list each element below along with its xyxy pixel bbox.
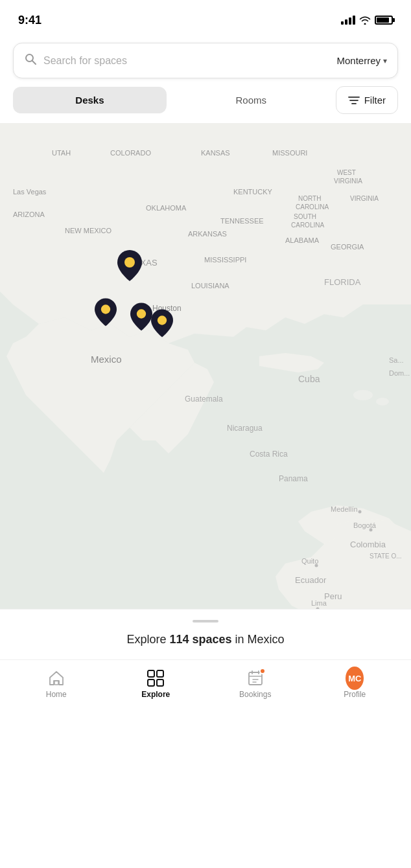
svg-text:Cuba: Cuba: [298, 374, 320, 384]
bookings-icon: [246, 669, 264, 687]
home-icon: [47, 669, 65, 687]
map-pin-1[interactable]: [117, 250, 142, 284]
svg-point-8: [376, 398, 389, 405]
svg-rect-61: [148, 680, 154, 686]
svg-point-7: [353, 390, 373, 400]
svg-text:Las Vegas: Las Vegas: [13, 188, 47, 196]
bottom-handle[interactable]: [193, 620, 218, 622]
nav-explore-label: Explore: [141, 690, 170, 699]
map-svg: UTAH COLORADO KANSAS MISSOURI WEST VIRGI…: [0, 123, 411, 609]
svg-rect-62: [157, 680, 163, 686]
nav-bookings[interactable]: Bookings: [233, 669, 278, 699]
svg-point-43: [358, 510, 362, 514]
svg-rect-58: [54, 681, 58, 685]
svg-text:KANSAS: KANSAS: [201, 149, 230, 157]
svg-text:Mexico: Mexico: [91, 354, 122, 365]
search-container: Search for spaces Monterrey ▾: [0, 36, 411, 86]
svg-text:MISSOURI: MISSOURI: [272, 149, 307, 157]
svg-text:ARIZONA: ARIZONA: [13, 211, 45, 218]
svg-text:NORTH: NORTH: [298, 195, 321, 202]
nav-profile-label: Profile: [344, 690, 366, 699]
svg-text:FLORIDA: FLORIDA: [324, 277, 361, 287]
svg-text:Panama: Panama: [279, 474, 308, 483]
svg-text:Ecuador: Ecuador: [295, 575, 327, 585]
svg-point-57: [158, 315, 167, 325]
svg-text:Medellín: Medellín: [331, 505, 358, 513]
map-pin-4[interactable]: [151, 309, 173, 340]
svg-text:ARKANSAS: ARKANSAS: [188, 230, 227, 238]
location-selector[interactable]: Monterrey ▾: [336, 55, 387, 66]
search-input[interactable]: Search for spaces: [43, 55, 336, 67]
status-time: 9:41: [18, 14, 41, 27]
svg-text:KENTUCKY: KENTUCKY: [233, 188, 273, 196]
svg-text:VIRGINIA: VIRGINIA: [350, 195, 379, 202]
svg-point-56: [137, 309, 146, 318]
svg-text:Quito: Quito: [301, 557, 318, 565]
svg-text:Nicaragua: Nicaragua: [227, 424, 263, 433]
signal-icon: [341, 16, 355, 25]
map-pin-3[interactable]: [130, 303, 152, 334]
profile-icon: MC: [346, 669, 364, 687]
explore-text: Explore 114 spaces in Mexico: [16, 633, 395, 646]
map-container[interactable]: UTAH COLORADO KANSAS MISSOURI WEST VIRGI…: [0, 123, 411, 609]
bottom-nav: Home Explore: [0, 659, 411, 714]
svg-text:MISSISSIPPI: MISSISSIPPI: [204, 256, 246, 264]
nav-explore[interactable]: Explore: [133, 669, 178, 699]
bookings-notification-dot: [259, 668, 266, 674]
status-icons: [341, 16, 393, 25]
svg-text:TENNESSEE: TENNESSEE: [220, 217, 264, 225]
profile-avatar: MC: [346, 667, 364, 690]
svg-rect-59: [148, 670, 154, 677]
svg-text:Guatemala: Guatemala: [185, 394, 223, 404]
battery-icon: [375, 16, 393, 25]
svg-text:STATE O...: STATE O...: [370, 553, 402, 560]
svg-text:OKLAHOMA: OKLAHOMA: [146, 204, 187, 212]
svg-rect-63: [249, 672, 262, 685]
filter-icon: [348, 96, 360, 105]
svg-text:LOUISIANA: LOUISIANA: [191, 282, 229, 290]
filter-tabs: Desks Rooms Filter: [0, 86, 411, 123]
svg-point-45: [370, 529, 373, 532]
tab-desks[interactable]: Desks: [13, 87, 167, 113]
location-text: Monterrey: [336, 55, 381, 66]
svg-text:VIRGINIA: VIRGINIA: [334, 177, 362, 185]
nav-profile[interactable]: MC Profile: [332, 669, 377, 699]
svg-point-55: [101, 304, 110, 314]
search-bar[interactable]: Search for spaces Monterrey ▾: [13, 43, 398, 78]
svg-text:Peru: Peru: [324, 591, 342, 601]
bottom-sheet: Explore 114 spaces in Mexico: [0, 609, 411, 659]
svg-point-48: [315, 564, 318, 567]
svg-point-54: [124, 257, 135, 268]
svg-line-1: [32, 61, 36, 64]
svg-text:Costa Rica: Costa Rica: [250, 450, 288, 459]
svg-text:ALABAMA: ALABAMA: [285, 236, 320, 244]
explore-icon: [147, 669, 165, 687]
svg-rect-60: [157, 670, 163, 677]
svg-text:GEORGIA: GEORGIA: [331, 243, 364, 251]
map-pin-2[interactable]: [95, 298, 117, 329]
svg-text:Colombia: Colombia: [350, 540, 386, 549]
phone-wrapper: 9:41 Search for spaces: [0, 0, 411, 868]
wifi-icon: [359, 16, 371, 25]
nav-bookings-label: Bookings: [239, 690, 271, 699]
svg-text:Sa...: Sa...: [389, 356, 404, 364]
svg-text:COLORADO: COLORADO: [110, 149, 151, 157]
chevron-down-icon: ▾: [383, 56, 387, 65]
svg-text:WEST: WEST: [337, 169, 356, 176]
svg-text:CAROLINA: CAROLINA: [291, 222, 324, 229]
svg-text:CAROLINA: CAROLINA: [296, 203, 329, 211]
svg-text:Dom...: Dom...: [389, 369, 410, 377]
filter-button[interactable]: Filter: [336, 86, 398, 114]
svg-text:UTAH: UTAH: [52, 149, 71, 157]
search-icon: [24, 52, 37, 69]
filter-label: Filter: [364, 95, 386, 106]
tab-rooms[interactable]: Rooms: [174, 87, 328, 113]
svg-text:Bogotá: Bogotá: [353, 521, 377, 529]
svg-text:SOUTH: SOUTH: [294, 213, 316, 220]
status-bar: 9:41: [0, 0, 411, 36]
nav-home-label: Home: [46, 690, 67, 699]
nav-home[interactable]: Home: [34, 669, 79, 699]
svg-text:NEW MEXICO: NEW MEXICO: [65, 227, 112, 234]
